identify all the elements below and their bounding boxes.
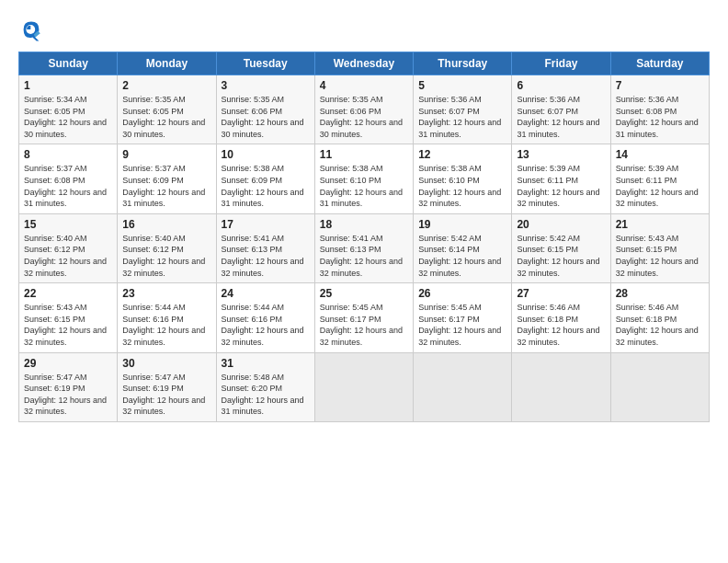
calendar-cell: 4 Sunrise: 5:35 AMSunset: 6:06 PMDayligh…	[314, 75, 413, 144]
day-number: 20	[517, 218, 605, 231]
day-number: 25	[320, 287, 408, 300]
day-number: 8	[24, 148, 112, 161]
day-header-monday: Monday	[118, 52, 216, 75]
day-number: 11	[320, 148, 408, 161]
calendar-cell: 3 Sunrise: 5:35 AMSunset: 6:06 PMDayligh…	[216, 75, 314, 144]
calendar-cell: 2 Sunrise: 5:35 AMSunset: 6:05 PMDayligh…	[118, 75, 216, 144]
calendar-cell: 29 Sunrise: 5:47 AMSunset: 6:19 PMDaylig…	[19, 352, 118, 421]
day-info: Sunrise: 5:35 AMSunset: 6:05 PMDaylight:…	[122, 95, 205, 139]
day-number: 19	[418, 218, 506, 231]
day-info: Sunrise: 5:43 AMSunset: 6:15 PMDaylight:…	[616, 234, 699, 278]
calendar-cell	[414, 352, 512, 421]
day-number: 29	[24, 357, 112, 370]
header	[18, 17, 710, 42]
day-info: Sunrise: 5:39 AMSunset: 6:11 PMDaylight:…	[517, 164, 599, 208]
day-info: Sunrise: 5:38 AMSunset: 6:09 PMDaylight:…	[222, 164, 304, 208]
calendar-week-2: 8 Sunrise: 5:37 AMSunset: 6:08 PMDayligh…	[19, 144, 710, 213]
day-number: 6	[517, 79, 605, 92]
day-info: Sunrise: 5:43 AMSunset: 6:15 PMDaylight:…	[24, 303, 107, 347]
calendar-cell: 26 Sunrise: 5:45 AMSunset: 6:17 PMDaylig…	[414, 283, 512, 352]
day-info: Sunrise: 5:38 AMSunset: 6:10 PMDaylight:…	[320, 164, 403, 208]
calendar-cell: 12 Sunrise: 5:38 AMSunset: 6:10 PMDaylig…	[414, 144, 512, 213]
day-info: Sunrise: 5:34 AMSunset: 6:05 PMDaylight:…	[24, 95, 107, 139]
calendar-week-1: 1 Sunrise: 5:34 AMSunset: 6:05 PMDayligh…	[19, 75, 710, 144]
calendar-cell: 15 Sunrise: 5:40 AMSunset: 6:12 PMDaylig…	[19, 213, 118, 282]
day-info: Sunrise: 5:36 AMSunset: 6:07 PMDaylight:…	[418, 95, 501, 139]
page: SundayMondayTuesdayWednesdayThursdayFrid…	[0, 0, 728, 563]
logo-icon	[18, 17, 44, 42]
day-info: Sunrise: 5:35 AMSunset: 6:06 PMDaylight:…	[222, 95, 304, 139]
day-info: Sunrise: 5:39 AMSunset: 6:11 PMDaylight:…	[616, 164, 699, 208]
day-number: 9	[122, 148, 210, 161]
day-number: 27	[517, 287, 605, 300]
day-number: 26	[418, 287, 506, 300]
day-info: Sunrise: 5:36 AMSunset: 6:07 PMDaylight:…	[517, 95, 599, 139]
day-info: Sunrise: 5:38 AMSunset: 6:10 PMDaylight:…	[418, 164, 501, 208]
day-header-friday: Friday	[512, 52, 610, 75]
day-info: Sunrise: 5:42 AMSunset: 6:14 PMDaylight:…	[418, 234, 501, 278]
day-number: 18	[320, 218, 408, 231]
calendar-cell: 9 Sunrise: 5:37 AMSunset: 6:09 PMDayligh…	[118, 144, 216, 213]
day-number: 1	[24, 79, 112, 92]
day-info: Sunrise: 5:46 AMSunset: 6:18 PMDaylight:…	[517, 303, 599, 347]
day-number: 21	[616, 218, 704, 231]
day-info: Sunrise: 5:40 AMSunset: 6:12 PMDaylight:…	[122, 234, 205, 278]
calendar-cell: 22 Sunrise: 5:43 AMSunset: 6:15 PMDaylig…	[19, 283, 118, 352]
day-info: Sunrise: 5:36 AMSunset: 6:08 PMDaylight:…	[616, 95, 699, 139]
calendar-cell: 18 Sunrise: 5:41 AMSunset: 6:13 PMDaylig…	[314, 213, 413, 282]
day-info: Sunrise: 5:41 AMSunset: 6:13 PMDaylight:…	[320, 234, 403, 278]
day-number: 23	[122, 287, 210, 300]
day-number: 7	[616, 79, 704, 92]
day-number: 10	[222, 148, 310, 161]
day-header-thursday: Thursday	[414, 52, 512, 75]
day-info: Sunrise: 5:41 AMSunset: 6:13 PMDaylight:…	[222, 234, 304, 278]
calendar-cell: 8 Sunrise: 5:37 AMSunset: 6:08 PMDayligh…	[19, 144, 118, 213]
calendar-table: SundayMondayTuesdayWednesdayThursdayFrid…	[18, 52, 710, 422]
calendar-cell: 23 Sunrise: 5:44 AMSunset: 6:16 PMDaylig…	[118, 283, 216, 352]
calendar-cell: 21 Sunrise: 5:43 AMSunset: 6:15 PMDaylig…	[610, 213, 709, 282]
calendar-cell: 1 Sunrise: 5:34 AMSunset: 6:05 PMDayligh…	[19, 75, 118, 144]
day-info: Sunrise: 5:48 AMSunset: 6:20 PMDaylight:…	[222, 373, 304, 417]
day-number: 30	[122, 357, 210, 370]
day-info: Sunrise: 5:37 AMSunset: 6:08 PMDaylight:…	[24, 164, 107, 208]
day-number: 24	[222, 287, 310, 300]
calendar-cell: 14 Sunrise: 5:39 AMSunset: 6:11 PMDaylig…	[610, 144, 709, 213]
calendar-cell: 5 Sunrise: 5:36 AMSunset: 6:07 PMDayligh…	[414, 75, 512, 144]
day-number: 12	[418, 148, 506, 161]
calendar-cell: 19 Sunrise: 5:42 AMSunset: 6:14 PMDaylig…	[414, 213, 512, 282]
calendar-cell: 20 Sunrise: 5:42 AMSunset: 6:15 PMDaylig…	[512, 213, 610, 282]
calendar-week-4: 22 Sunrise: 5:43 AMSunset: 6:15 PMDaylig…	[19, 283, 710, 352]
day-header-tuesday: Tuesday	[216, 52, 314, 75]
calendar-cell: 28 Sunrise: 5:46 AMSunset: 6:18 PMDaylig…	[610, 283, 709, 352]
day-header-saturday: Saturday	[610, 52, 709, 75]
calendar-week-5: 29 Sunrise: 5:47 AMSunset: 6:19 PMDaylig…	[19, 352, 710, 421]
day-info: Sunrise: 5:47 AMSunset: 6:19 PMDaylight:…	[122, 373, 205, 417]
day-number: 28	[616, 287, 704, 300]
calendar-cell	[512, 352, 610, 421]
day-info: Sunrise: 5:40 AMSunset: 6:12 PMDaylight:…	[24, 234, 107, 278]
day-info: Sunrise: 5:45 AMSunset: 6:17 PMDaylight:…	[320, 303, 403, 347]
calendar-cell: 10 Sunrise: 5:38 AMSunset: 6:09 PMDaylig…	[216, 144, 314, 213]
calendar-cell: 27 Sunrise: 5:46 AMSunset: 6:18 PMDaylig…	[512, 283, 610, 352]
calendar-cell: 11 Sunrise: 5:38 AMSunset: 6:10 PMDaylig…	[314, 144, 413, 213]
calendar-cell	[610, 352, 709, 421]
calendar-cell: 31 Sunrise: 5:48 AMSunset: 6:20 PMDaylig…	[216, 352, 314, 421]
calendar-cell: 7 Sunrise: 5:36 AMSunset: 6:08 PMDayligh…	[610, 75, 709, 144]
day-number: 3	[222, 79, 310, 92]
day-number: 16	[122, 218, 210, 231]
calendar-header-row: SundayMondayTuesdayWednesdayThursdayFrid…	[19, 52, 710, 75]
day-number: 13	[517, 148, 605, 161]
day-info: Sunrise: 5:47 AMSunset: 6:19 PMDaylight:…	[24, 373, 107, 417]
calendar-week-3: 15 Sunrise: 5:40 AMSunset: 6:12 PMDaylig…	[19, 213, 710, 282]
day-number: 17	[222, 218, 310, 231]
day-number: 2	[122, 79, 210, 92]
logo	[18, 17, 48, 42]
day-info: Sunrise: 5:46 AMSunset: 6:18 PMDaylight:…	[616, 303, 699, 347]
day-info: Sunrise: 5:35 AMSunset: 6:06 PMDaylight:…	[320, 95, 403, 139]
calendar-cell	[314, 352, 413, 421]
day-info: Sunrise: 5:44 AMSunset: 6:16 PMDaylight:…	[222, 303, 304, 347]
day-number: 22	[24, 287, 112, 300]
day-number: 15	[24, 218, 112, 231]
calendar-cell: 6 Sunrise: 5:36 AMSunset: 6:07 PMDayligh…	[512, 75, 610, 144]
day-number: 31	[222, 357, 310, 370]
